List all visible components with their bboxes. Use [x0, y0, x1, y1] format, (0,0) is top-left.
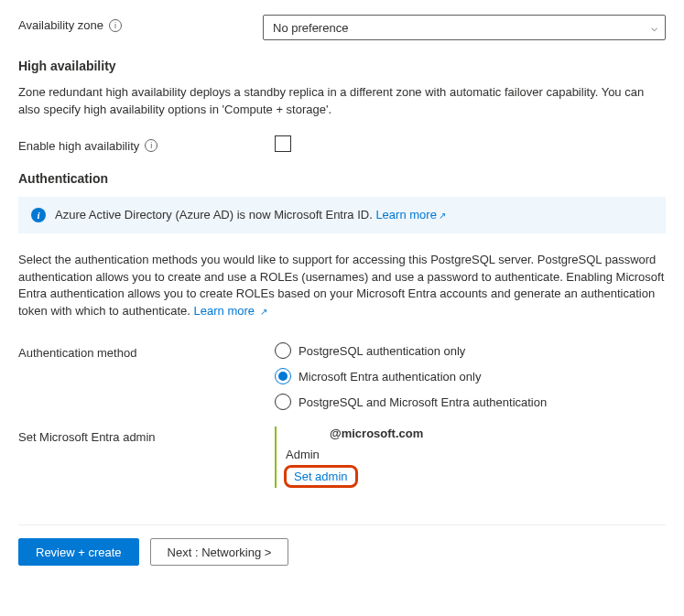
auth-method-radio-group: PostgreSQL authentication only Microsoft…: [275, 342, 666, 410]
radio-label: PostgreSQL and Microsoft Entra authentic…: [299, 395, 547, 409]
auth-learn-more-link[interactable]: Learn more ↗: [194, 304, 267, 318]
radio-icon: [275, 368, 291, 384]
enable-ha-checkbox[interactable]: [275, 135, 291, 152]
enable-ha-label: Enable high availability: [18, 139, 139, 153]
authentication-description: Select the authentication methods you wo…: [18, 252, 666, 320]
availability-zone-select[interactable]: No preference ⌵: [263, 15, 666, 40]
set-admin-highlight: Set admin: [284, 465, 358, 488]
admin-email: @microsoft.com: [330, 427, 666, 440]
info-filled-icon: i: [31, 208, 46, 222]
review-create-button[interactable]: Review + create: [18, 538, 139, 566]
authentication-heading: Authentication: [18, 171, 666, 186]
info-icon[interactable]: i: [145, 139, 157, 152]
banner-learn-more-link[interactable]: Learn more↗: [375, 208, 445, 222]
next-networking-button[interactable]: Next : Networking >: [150, 538, 289, 566]
radio-both[interactable]: PostgreSQL and Microsoft Entra authentic…: [275, 394, 666, 410]
banner-text: Azure Active Directory (Azure AD) is now…: [55, 208, 375, 222]
availability-zone-value: No preference: [273, 21, 348, 35]
radio-entra-only[interactable]: Microsoft Entra authentication only: [275, 368, 666, 384]
set-admin-link[interactable]: Set admin: [294, 470, 348, 483]
info-icon[interactable]: i: [109, 19, 122, 32]
wizard-footer: Review + create Next : Networking >: [18, 524, 666, 578]
radio-postgresql-only[interactable]: PostgreSQL authentication only: [275, 342, 666, 359]
chevron-down-icon: ⌵: [651, 21, 657, 34]
high-availability-heading: High availability: [18, 59, 666, 73]
radio-icon: [275, 342, 291, 359]
availability-zone-label: Availability zone: [18, 18, 103, 32]
high-availability-description: Zone redundant high availability deploys…: [18, 84, 666, 119]
external-link-icon: ↗: [439, 211, 446, 221]
set-admin-label: Set Microsoft Entra admin: [18, 430, 156, 444]
radio-icon: [275, 394, 291, 410]
auth-method-label: Authentication method: [18, 346, 136, 360]
admin-role: Admin: [284, 448, 666, 461]
radio-label: PostgreSQL authentication only: [299, 344, 465, 358]
radio-label: Microsoft Entra authentication only: [299, 370, 481, 384]
external-link-icon: ↗: [260, 307, 267, 317]
admin-block: @microsoft.com Admin Set admin: [275, 427, 666, 488]
info-banner: i Azure Active Directory (Azure AD) is n…: [18, 197, 666, 233]
